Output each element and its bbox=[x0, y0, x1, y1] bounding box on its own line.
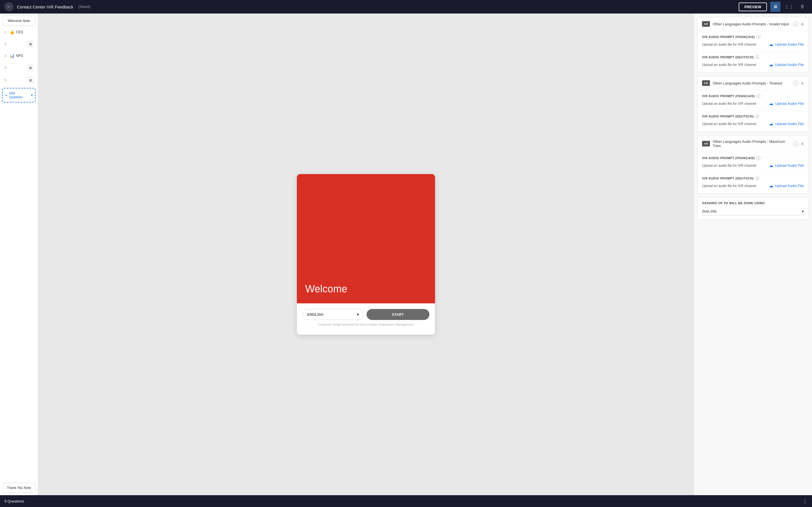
ab-icon-max-tries: AB bbox=[702, 141, 710, 147]
hierarchy-icon: ⠿ bbox=[801, 4, 804, 10]
prompt-lang-text-de: IVR AUDIO PROMPT (DEUTSCH) bbox=[702, 55, 754, 59]
hashing-label: HASHING OF PII WILL BE DONE USING bbox=[702, 202, 804, 205]
question-label-1: CES bbox=[16, 30, 23, 34]
language-selector[interactable]: ENGLISH ▾ bbox=[303, 309, 364, 320]
upload-icon-fr-timeout: ☁ bbox=[769, 101, 773, 106]
back-button[interactable]: ← bbox=[4, 2, 13, 11]
info-icon-max-tries[interactable]: i bbox=[793, 141, 798, 146]
collapse-btn-invalid[interactable]: ∧ bbox=[801, 22, 804, 26]
upload-btn-de-invalid[interactable]: ☁ Upload Audio File bbox=[769, 62, 804, 67]
prompt-row-fr-invalid: Upload an audio file for IVR channel ☁ U… bbox=[702, 41, 804, 48]
saved-status: (Saved) bbox=[79, 5, 90, 9]
monitor-icon: 🖥 bbox=[773, 4, 777, 9]
hierarchy-button[interactable]: ⠿ bbox=[797, 2, 808, 12]
upload-icon-fr-invalid: ☁ bbox=[769, 42, 773, 47]
hashing-value: SHA 256 bbox=[702, 209, 716, 214]
prompt-label-fr-invalid: IVR AUDIO PROMPT (FRANÇAIS) i bbox=[702, 35, 804, 39]
collapse-btn-timeout[interactable]: ∧ bbox=[801, 81, 804, 86]
add-question-label: Add Question bbox=[9, 91, 29, 99]
prompt-info-de-max-tries[interactable]: i bbox=[755, 176, 759, 180]
upload-icon-de-max-tries: ☁ bbox=[769, 183, 773, 188]
thank-you-note-item[interactable]: Thank You Note bbox=[2, 483, 36, 493]
language-chevron: ▾ bbox=[357, 313, 359, 317]
upload-btn-fr-max-tries[interactable]: ☁ Upload Audio File bbox=[769, 163, 804, 168]
prompt-info-icon-fr-invalid[interactable]: i bbox=[756, 35, 760, 39]
question-number-3: 3 bbox=[4, 54, 8, 57]
question-label-3: NPS bbox=[16, 54, 23, 58]
ces-icon: 👍 bbox=[10, 30, 14, 34]
prompt-lang-fr-max-tries: IVR AUDIO PROMPT (FRANÇAIS) bbox=[702, 156, 755, 160]
menu-button[interactable]: ⋮⋮ bbox=[784, 2, 794, 12]
prompt-info-fr-max-tries[interactable]: i bbox=[756, 156, 760, 160]
bottom-bar: 5 Questions ⋮ bbox=[0, 495, 812, 507]
collapse-btn-max-tries[interactable]: ∧ bbox=[801, 142, 804, 146]
prompt-lang-fr-timeout: IVR AUDIO PROMPT (FRANÇAIS) bbox=[702, 94, 755, 98]
add-question-button[interactable]: + Add Question ▾ bbox=[2, 88, 36, 103]
preview-area: Welcome ENGLISH ▾ START Customer Delight… bbox=[38, 13, 694, 495]
divider-timeout-1 bbox=[702, 111, 804, 111]
preview-button[interactable]: PREVIEW bbox=[739, 3, 767, 11]
divider-invalid-1 bbox=[702, 52, 804, 52]
sidebar-item-question-1[interactable]: 1 👍 CES bbox=[2, 27, 36, 37]
main-layout: Welcome Note 1 👍 CES 2 ▦ 3 📊 NPS 4 ▦ bbox=[0, 13, 812, 495]
panel-title-max-tries: Other Languages Audio Prompts - Maximum … bbox=[713, 139, 790, 148]
info-icon-invalid[interactable]: i bbox=[793, 21, 798, 26]
monitor-button[interactable]: 🖥 bbox=[770, 2, 780, 12]
page-title: Contact Center IVR Feedback bbox=[17, 4, 73, 9]
phone-footer-text: Customer Delight powered by Cisco Webex … bbox=[303, 323, 429, 329]
sidebar: Welcome Note 1 👍 CES 2 ▦ 3 📊 NPS 4 ▦ bbox=[0, 13, 38, 495]
upload-icon-fr-max-tries: ☁ bbox=[769, 163, 773, 168]
panel-body-timeout: IVR AUDIO PROMPT (FRANÇAIS) i Upload an … bbox=[698, 90, 808, 131]
panel-section-timeout: AB Other Languages Audio Prompts - Timeo… bbox=[697, 76, 809, 132]
prompt-info-icon-de-invalid[interactable]: i bbox=[755, 55, 759, 59]
bottom-dots-button[interactable]: ⋮ bbox=[802, 498, 808, 504]
prompt-info-fr-timeout[interactable]: i bbox=[756, 94, 760, 98]
sidebar-item-question-4[interactable]: 4 ▦ bbox=[2, 62, 36, 73]
upload-btn-de-timeout[interactable]: ☁ Upload Audio File bbox=[769, 121, 804, 126]
question-number-2: 2 bbox=[4, 42, 8, 46]
upload-btn-de-max-tries[interactable]: ☁ Upload Audio File bbox=[769, 183, 804, 188]
sidebar-item-question-2[interactable]: 2 ▦ bbox=[2, 38, 36, 50]
panel-title-timeout: Other Languages Audio Prompts - Timeout bbox=[713, 81, 790, 86]
panel-body-max-tries: IVR AUDIO PROMPT (FRANÇAIS) i Upload an … bbox=[698, 152, 808, 193]
prompt-desc-fr-timeout: Upload an audio file for IVR channel bbox=[702, 102, 756, 106]
prompt-row-de-max-tries: Upload an audio file for IVR channel ☁ U… bbox=[702, 182, 804, 189]
ab-icon-invalid: AB bbox=[702, 21, 710, 27]
prompt-label-de-max-tries: IVR AUDIO PROMPT (DEUTSCH) i bbox=[702, 176, 804, 180]
sidebar-item-question-5[interactable]: 5 ▦ bbox=[2, 74, 36, 86]
menu-icon: ⋮⋮ bbox=[784, 4, 794, 10]
prompt-desc-de-invalid: Upload an audio file for IVR channel bbox=[702, 63, 756, 67]
welcome-note-item[interactable]: Welcome Note bbox=[2, 16, 36, 26]
questions-count: 5 Questions bbox=[4, 499, 800, 503]
phone-bottom-area: ENGLISH ▾ START Customer Delight powered… bbox=[297, 303, 435, 335]
prompt-row-fr-max-tries: Upload an audio file for IVR channel ☁ U… bbox=[702, 162, 804, 169]
question-number-1: 1 bbox=[4, 31, 8, 34]
hashing-section: HASHING OF PII WILL BE DONE USING SHA 25… bbox=[697, 197, 809, 220]
upload-btn-fr-invalid[interactable]: ☁ Upload Audio File bbox=[769, 42, 804, 47]
prompt-desc-de-max-tries: Upload an audio file for IVR channel bbox=[702, 184, 756, 188]
upload-icon-de-timeout: ☁ bbox=[769, 121, 773, 126]
add-question-chevron: ▾ bbox=[31, 93, 33, 97]
question-number-4: 4 bbox=[4, 66, 8, 69]
sidebar-item-question-3[interactable]: 3 📊 NPS bbox=[2, 51, 36, 61]
prompt-label-fr-max-tries: IVR AUDIO PROMPT (FRANÇAIS) i bbox=[702, 156, 804, 160]
question-icon-5: ▦ bbox=[28, 77, 33, 83]
start-button[interactable]: START bbox=[366, 309, 429, 320]
phone-controls-row: ENGLISH ▾ START bbox=[303, 309, 429, 320]
prompt-desc-fr-max-tries: Upload an audio file for IVR channel bbox=[702, 164, 756, 168]
prompt-desc-fr-invalid: Upload an audio file for IVR channel bbox=[702, 43, 756, 47]
upload-btn-fr-timeout[interactable]: ☁ Upload Audio File bbox=[769, 101, 804, 106]
top-bar: ← Contact Center IVR Feedback (Saved) PR… bbox=[0, 0, 812, 13]
hashing-select[interactable]: SHA 256 ▾ bbox=[702, 208, 804, 216]
prompt-label-de-invalid: IVR AUDIO PROMPT (DEUTSCH) i bbox=[702, 55, 804, 59]
prompt-lang-de-timeout: IVR AUDIO PROMPT (DEUTSCH) bbox=[702, 115, 754, 118]
prompt-row-de-timeout: Upload an audio file for IVR channel ☁ U… bbox=[702, 120, 804, 128]
panel-section-header-invalid-input: AB Other Languages Audio Prompts - Inval… bbox=[698, 17, 808, 31]
welcome-red-area: Welcome bbox=[297, 174, 435, 303]
prompt-info-de-timeout[interactable]: i bbox=[755, 114, 759, 118]
plus-icon: + bbox=[5, 93, 7, 98]
ab-icon-timeout: AB bbox=[702, 80, 710, 86]
hashing-chevron: ▾ bbox=[802, 209, 804, 214]
nps-icon: 📊 bbox=[10, 54, 14, 58]
info-icon-timeout[interactable]: i bbox=[793, 80, 798, 86]
